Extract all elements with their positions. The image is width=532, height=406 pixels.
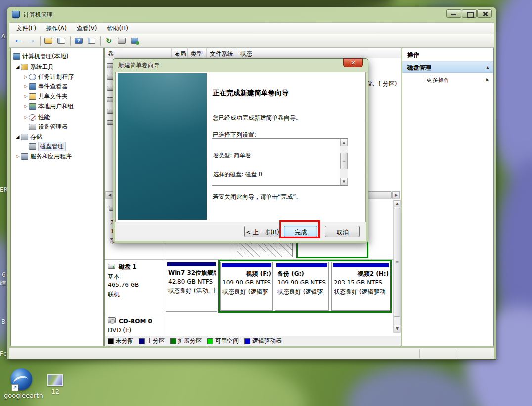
actions-more[interactable]: 更多操作 ▶ xyxy=(402,74,493,85)
legend-color-primary xyxy=(139,338,145,344)
dialog-client-area: 正在完成新建简单卷向导 您已经成功完成新建简单卷向导。 已选择下列设置: 卷类型… xyxy=(115,72,366,223)
menu-file[interactable]: 文件(F) xyxy=(11,23,41,34)
forward-button[interactable]: → xyxy=(25,36,37,46)
tree-item-performance[interactable]: ▷ 性能 xyxy=(23,113,50,122)
menu-action[interactable]: 操作(A) xyxy=(41,23,72,34)
wizard-heading: 正在完成新建简单卷向导 xyxy=(213,89,361,98)
tree-item-shared-folders[interactable]: ▷ 共享文件夹 xyxy=(23,92,68,101)
minimize-button[interactable] xyxy=(446,9,461,18)
actions-panel: 操作 磁盘管理 ▲ 更多操作 ▶ xyxy=(402,48,494,346)
tree-item-label: 存储 xyxy=(30,133,42,141)
scroll-down-icon[interactable]: ▼ xyxy=(340,178,348,185)
annotation-highlight-box xyxy=(279,220,320,238)
column-filesystem[interactable]: 文件系统 xyxy=(207,48,237,58)
performance-icon xyxy=(29,114,36,121)
cancel-button[interactable]: 取消 xyxy=(325,226,360,237)
column-volume[interactable]: 卷 xyxy=(105,48,172,58)
tree-item-system-tools[interactable]: ◢ 系统工具 xyxy=(15,62,54,71)
window-title: 计算机管理 xyxy=(23,11,53,19)
menu-help[interactable]: 帮助(H) xyxy=(102,23,133,34)
expander-collapsed-icon[interactable]: ▷ xyxy=(23,84,29,89)
expander-collapsed-icon[interactable]: ▷ xyxy=(23,115,29,120)
tree-item-task-scheduler[interactable]: ▷ 任务计划程序 xyxy=(23,72,74,81)
partition-g[interactable]: 备份 (G:) 109.90 GB NTFS 状态良好 (逻辑驱 xyxy=(275,262,329,311)
manage-computer-button[interactable] xyxy=(129,36,140,46)
wizard-settings-list[interactable]: 卷类型: 简单卷 选择的磁盘: 磁盘 0 卷大小: 9845 MB 驱动器号或路… xyxy=(212,138,348,186)
scroll-up-icon[interactable]: ▲ xyxy=(394,200,400,207)
legend-color-extended xyxy=(170,338,176,344)
cdrom-label-cell[interactable]: CD-ROM 0 DVD (I:) xyxy=(105,314,164,336)
back-button[interactable]: < 上一步(B) xyxy=(244,226,281,237)
scroll-up-icon[interactable]: ▲ xyxy=(340,139,348,146)
collapse-icon[interactable]: ▲ xyxy=(486,65,489,70)
tree-item-label: 计算机管理(本地) xyxy=(22,52,68,61)
dialog-close-button[interactable]: ✕ xyxy=(343,58,363,67)
logical-drive-bar xyxy=(222,263,271,267)
settings-scrollbar[interactable]: ▲ ≡ ▼ xyxy=(340,139,348,185)
tree-item-label: 设备管理器 xyxy=(38,123,68,131)
legend-label: 主分区 xyxy=(147,337,165,345)
task-scheduler-icon xyxy=(29,74,36,80)
disk1-label-cell[interactable]: 磁盘 1 基本 465.76 GB 联机 xyxy=(105,260,164,314)
menu-view[interactable]: 查看(V) xyxy=(72,23,102,34)
setting-line: 卷类型: 简单卷 xyxy=(213,152,339,159)
refresh-button[interactable]: ↻ xyxy=(103,36,115,46)
legend-bar: 未分配 主分区 扩展分区 可用空间 逻辑驱动器 xyxy=(105,336,401,346)
show-action-pane-button[interactable] xyxy=(86,36,97,46)
wizard-success-text: 您已经成功完成新建简单卷向导。 xyxy=(213,114,361,122)
vertical-scrollbar[interactable]: ▲ ≡ ▼ xyxy=(393,200,401,333)
scroll-right-icon[interactable]: ▶ xyxy=(392,191,400,198)
tree-item-event-viewer[interactable]: ▷ 事件查看器 xyxy=(23,82,68,91)
expander-collapsed-icon[interactable]: ▷ xyxy=(23,104,29,109)
desktop-icon-googleearth[interactable]: ↗ googleearth xyxy=(4,368,39,399)
partition-f[interactable]: 视频 (F:) 109.90 GB NTFS 状态良好 (逻辑驱 xyxy=(220,262,273,311)
tree-item-disk-management[interactable]: 磁盘管理 xyxy=(29,142,66,151)
help-button[interactable]: ? xyxy=(73,36,85,46)
legend-item: 可用空间 xyxy=(207,337,239,345)
disk1-status: 联机 xyxy=(108,290,120,299)
tree-item-computer-management[interactable]: 计算机管理(本地) xyxy=(13,52,68,61)
tree-item-local-users-groups[interactable]: ▷ 本地用户和组 xyxy=(23,102,74,111)
dialog-title: 新建简单卷向导 xyxy=(118,61,160,70)
desktop-icon-label: googleearth xyxy=(4,392,39,399)
refresh-icon: ↻ xyxy=(106,37,112,45)
partition-size: 109.90 GB NTFS xyxy=(277,278,327,287)
column-layout[interactable]: 布局 xyxy=(172,48,188,58)
column-status[interactable]: 状态 xyxy=(237,48,401,58)
scroll-down-icon[interactable]: ▼ xyxy=(394,325,400,332)
expander-collapsed-icon[interactable]: ▷ xyxy=(23,94,29,99)
up-level-button[interactable] xyxy=(43,36,54,46)
computer-gear-icon xyxy=(131,38,138,44)
actions-disk-management[interactable]: 磁盘管理 ▲ xyxy=(402,61,493,73)
column-type[interactable]: 类型 xyxy=(188,48,207,58)
tree-item-device-manager[interactable]: 设备管理器 xyxy=(29,122,68,131)
partition-win7[interactable]: Win7 32位旗舰版 42.80 GB NTFS 状态良好 (活动, 主 xyxy=(166,261,217,312)
tree-item-services-applications[interactable]: ▷ 服务和应用程序 xyxy=(15,152,72,161)
partition-h[interactable]: 视频2 (H:) 203.15 GB NTFS 状态良好 (逻辑驱动 xyxy=(331,262,390,311)
expander-expanded-icon[interactable]: ◢ xyxy=(15,134,21,139)
partition-status: 状态良好 (逻辑驱 xyxy=(277,287,327,297)
maximize-button[interactable] xyxy=(462,9,477,18)
rescan-disks-button[interactable] xyxy=(116,36,128,46)
tree-item-storage[interactable]: ◢ 存储 xyxy=(15,132,42,141)
back-button[interactable]: ← xyxy=(12,36,24,46)
partition-size: 42.80 GB NTFS xyxy=(168,277,216,286)
wizard-sidebar-art xyxy=(118,73,207,220)
expander-expanded-icon[interactable]: ◢ xyxy=(15,64,21,69)
setting-line: 选择的磁盘: 磁盘 0 xyxy=(213,171,339,178)
edge-icon-label-fragment: 结 xyxy=(0,279,6,287)
expander-collapsed-icon[interactable]: ▷ xyxy=(23,74,29,79)
edge-icon-label-fragment: B xyxy=(1,318,5,325)
desktop-icon-12[interactable]: 12 xyxy=(43,374,68,395)
console-tree-button[interactable] xyxy=(55,36,67,46)
cdrom-name: CD-ROM 0 xyxy=(119,318,152,325)
legend-label: 逻辑驱动器 xyxy=(252,337,282,345)
expander-collapsed-icon[interactable]: ▷ xyxy=(15,154,21,159)
settings-scroll-thumb[interactable]: ≡ xyxy=(340,153,348,169)
close-button[interactable] xyxy=(477,9,492,18)
help-icon: ? xyxy=(75,38,83,44)
title-bar[interactable]: 计算机管理 xyxy=(7,7,496,22)
partition-status: 状态良好 (逻辑驱 xyxy=(222,287,271,297)
vertical-scroll-thumb[interactable]: ≡ xyxy=(394,208,400,317)
wizard-close-hint: 若要关闭此向导，请单击“完成”。 xyxy=(213,193,361,201)
